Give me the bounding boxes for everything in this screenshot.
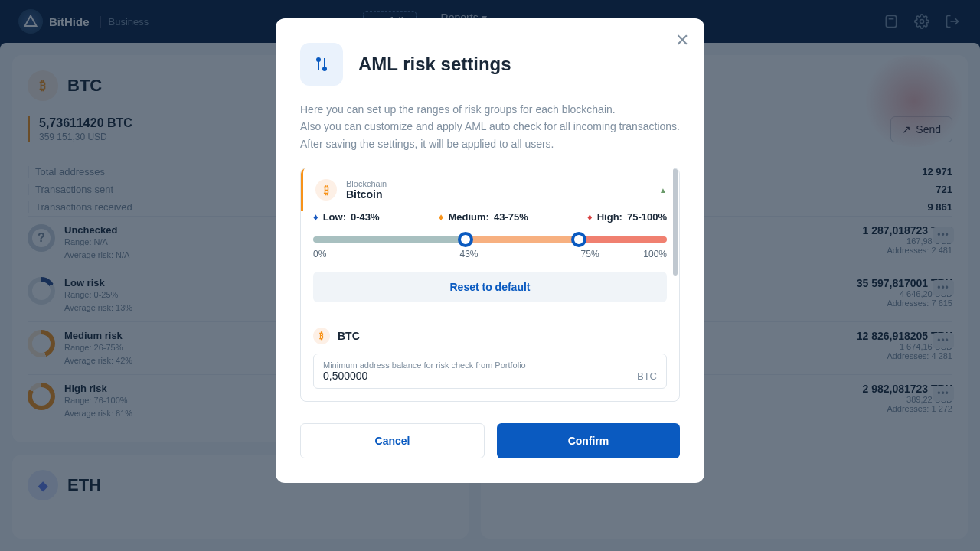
close-icon[interactable]: ✕ <box>675 31 689 51</box>
slider-h2-label: 75% <box>581 249 599 259</box>
reset-button[interactable]: Reset to default <box>313 272 667 302</box>
risk-ranges: ♦Low: 0-43% ♦Medium: 43-75% ♦High: 75-10… <box>301 211 679 223</box>
min-balance-section: ₿BTC Minimum address balance for risk ch… <box>301 315 679 401</box>
btc-icon: ₿ <box>313 328 330 344</box>
slider-h1-label: 43% <box>459 249 478 259</box>
min-balance-field[interactable] <box>323 370 590 382</box>
blockchain-settings-panel: ₿ Blockchain Bitcoin ▲ ♦Low: 0-43% ♦Medi… <box>300 168 680 402</box>
svg-rect-8 <box>318 61 319 70</box>
confirm-button[interactable]: Confirm <box>497 423 680 458</box>
blockchain-name: Bitcoin <box>346 188 650 201</box>
min-balance-unit: BTC <box>637 370 657 382</box>
flame-icon: ♦ <box>587 211 593 223</box>
risk-slider[interactable] <box>313 236 667 243</box>
min-balance-input-group[interactable]: Minimum address balance for risk check f… <box>313 354 667 389</box>
min-balance-label: Minimum address balance for risk check f… <box>323 360 657 370</box>
blockchain-label: Blockchain <box>346 179 650 188</box>
aml-settings-modal: ✕ AML risk settings Here you can set up … <box>276 18 704 483</box>
modal-overlay[interactable]: ✕ AML risk settings Here you can set up … <box>0 0 980 551</box>
flame-icon: ♦ <box>313 211 318 223</box>
blockchain-selector[interactable]: ₿ Blockchain Bitcoin ▲ <box>301 168 679 211</box>
cancel-button[interactable]: Cancel <box>300 423 485 458</box>
chevron-up-icon[interactable]: ▲ <box>659 186 667 194</box>
slider-min-label: 0% <box>313 249 326 259</box>
settings-sliders-icon <box>300 43 343 86</box>
modal-description: Here you can set up the ranges of risk g… <box>300 101 680 152</box>
slider-handle-high[interactable] <box>571 232 586 247</box>
slider-max-label: 100% <box>643 249 667 259</box>
modal-title: AML risk settings <box>358 54 511 75</box>
svg-rect-10 <box>324 58 325 67</box>
slider-handle-low[interactable] <box>458 232 473 247</box>
btc-icon: ₿ <box>315 179 337 201</box>
flame-icon: ♦ <box>439 211 444 223</box>
scrollbar[interactable] <box>673 168 678 276</box>
